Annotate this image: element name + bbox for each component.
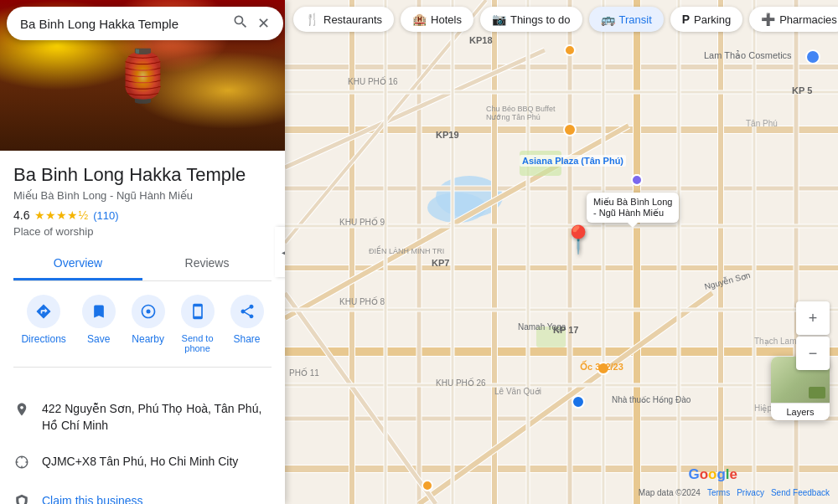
map-label-nha-thuoc: Nhà thuốc Hồng Đào [612,395,691,404]
plus-code-row: QJMC+X8 Tân Phú, Ho Chi Minh City [0,444,285,483]
send-to-phone-button[interactable]: Send tophone [181,295,215,353]
zoom-out-button[interactable]: − [796,337,830,370]
directions-button[interactable]: Directions [21,295,65,353]
restaurants-icon: 🍴 [305,13,319,26]
address-row: 422 Nguyễn Sơn, Phú Thọ Hoà, Tân Phú, Hồ… [0,391,285,444]
filter-restaurants[interactable]: 🍴 Restaurants [293,7,394,32]
search-icon[interactable] [232,13,249,33]
side-panel: ◀ Ba Binh Long Hakka Temple Miếu Bà Bình… [0,0,285,504]
map-label-dien-lanh: ĐIỀN LÀNH MINH TRI [369,247,444,255]
parking-label: Parking [694,13,731,26]
privacy-link[interactable]: Privacy [737,488,764,497]
share-label: Share [233,333,260,345]
rating-number: 4.6 [13,208,29,222]
callout-text: Miếu Bà Bình Long- Ngũ Hành Miếu [593,197,672,218]
send-feedback-link[interactable]: Send Feedback [771,488,830,497]
tabs-container: Overview Reviews [13,248,272,281]
layers-label: Layers [771,403,830,420]
claim-business-text[interactable]: Claim this business [42,493,272,504]
map-label-le-van-quoi: Lê Văn Quới [494,387,541,396]
map-label-asiana: Asiana Plaza (Tân Phú) [520,155,626,167]
filter-pharmacies[interactable]: ➕ Pharmacies [749,7,838,32]
plus-code-text[interactable]: QJMC+X8 Tân Phú, Ho Chi Minh City [42,454,272,471]
tab-reviews[interactable]: Reviews [142,248,272,280]
address-text: 422 Nguyễn Sơn, Phú Thọ Hoà, Tân Phú, Hồ… [42,401,272,434]
location-pin: 📍 [561,224,595,255]
tab-overview[interactable]: Overview [13,248,142,280]
save-label: Save [87,333,110,345]
save-button[interactable]: Save [82,295,116,353]
map-label-kp19: KP19 [436,130,459,140]
map-label-namah: Namah Yoga [518,322,566,332]
search-input[interactable] [20,17,225,31]
map-label-kp5: KP 5 [792,85,812,95]
map-label-pho-11: PHỐ 11 [289,368,319,378]
hotels-icon: 🏨 [412,13,427,26]
nearby-label: Nearby [132,333,164,345]
info-section: 422 Nguyễn Sơn, Phú Thọ Hoà, Tân Phú, Hồ… [0,384,285,504]
search-icons: ✕ [232,13,270,33]
map-label-lam-thao: Lam Thảo Cosmetics [704,50,792,61]
map-label-khu-pho-26: KHU PHỐ 26 [436,378,486,388]
things-icon: 📷 [492,13,506,26]
map-label-tan-phu: Tân Phú [746,119,778,128]
map-label-khu-pho-9: KHU PHỐ 9 [339,218,385,227]
google-logo: Google [688,466,737,483]
nearby-button[interactable]: Nearby [132,295,165,353]
filter-parking[interactable]: P Parking [670,7,742,32]
place-subtitle: Miếu Bà Bình Long - Ngũ Hành Miếu [13,189,272,202]
place-type: Place of worship [13,225,272,238]
transit-label: Transit [619,13,652,26]
hotels-label: Hotels [431,13,462,26]
place-name: Ba Binh Long Hakka Temple [13,164,272,186]
pharmacies-icon: ➕ [761,13,775,26]
map-label-khu-pho-16: KHU PHỐ 16 [348,77,398,86]
map-data-label: Map data ©2024 [639,488,701,497]
terms-link[interactable]: Terms [707,488,730,497]
svg-point-68 [572,396,584,408]
filter-hotels[interactable]: 🏨 Hotels [401,7,473,32]
svg-point-63 [564,124,576,136]
nearby-icon [132,295,165,328]
actions-row: Directions Save Nearby Send tophone [13,295,272,368]
map-label-oc: Ốc 342/23 [580,362,623,373]
panel-content: Ba Binh Long Hakka Temple Miếu Bà Bình L… [0,151,285,384]
restaurants-label: Restaurants [323,13,382,26]
filter-things-to-do[interactable]: 📷 Things to do [480,7,582,32]
map-callout[interactable]: Miếu Bà Bình Long- Ngũ Hành Miếu [587,193,679,223]
filter-bar: 🍴 Restaurants 🏨 Hotels 📷 Things to do 🚌 … [293,7,838,32]
send-to-phone-icon [181,295,215,328]
send-to-phone-label: Send tophone [182,333,214,353]
svg-point-66 [422,481,432,491]
close-icon[interactable]: ✕ [257,14,270,33]
stars-display: ★★★★½ [34,208,88,222]
claim-icon [13,494,30,504]
save-icon [82,295,116,328]
transit-icon: 🚌 [601,13,615,26]
plus-code-icon [13,455,30,473]
map-label-khu-pho-8: KHU PHỐ 8 [339,297,385,306]
map-label-thach-lam: Thạch Lam [754,337,796,346]
svg-point-71 [146,310,150,314]
filter-transit[interactable]: 🚌 Transit [589,7,664,32]
svg-point-67 [565,45,575,55]
claim-business-row[interactable]: Claim this business [0,483,285,504]
zoom-in-button[interactable]: + [796,301,830,335]
svg-point-70 [632,175,642,185]
location-icon [13,402,30,420]
map-controls: + − [796,301,830,370]
directions-icon [27,295,60,328]
directions-label: Directions [21,333,65,345]
rating-row: 4.6 ★★★★½ (110) [13,208,272,222]
map-label-chu-beo: Chu Béo BBQ BuffetNướng Tân Phú [486,105,555,121]
share-button[interactable]: Share [230,295,264,353]
search-box[interactable]: ✕ [7,7,283,40]
parking-icon: P [682,13,690,26]
collapse-panel-button[interactable]: ◀ [275,227,285,277]
pharmacies-label: Pharmacies [779,13,837,26]
things-label: Things to do [510,13,571,26]
review-count[interactable]: (110) [93,209,118,222]
svg-point-69 [806,50,820,64]
map-label-kp18: KP18 [469,35,493,45]
share-icon [230,295,264,328]
